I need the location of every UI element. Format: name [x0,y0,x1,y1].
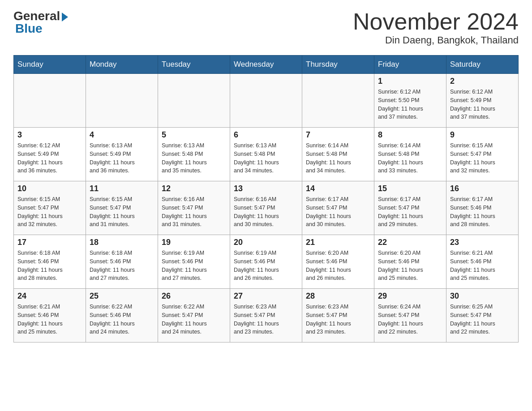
logo: General Blue [13,9,68,36]
calendar-cell: 7Sunrise: 6:14 AMSunset: 5:48 PMDaylight… [302,128,374,181]
calendar-cell: 1Sunrise: 6:12 AMSunset: 5:50 PMDaylight… [374,74,446,128]
calendar-cell: 5Sunrise: 6:13 AMSunset: 5:48 PMDaylight… [158,128,230,181]
calendar-cell: 29Sunrise: 6:24 AMSunset: 5:47 PMDayligh… [374,289,446,342]
day-info: Sunrise: 6:22 AMSunset: 5:47 PMDaylight:… [162,303,226,336]
calendar-cell: 15Sunrise: 6:17 AMSunset: 5:47 PMDayligh… [374,181,446,235]
day-number: 13 [234,184,298,193]
day-info: Sunrise: 6:13 AMSunset: 5:48 PMDaylight:… [162,141,226,175]
calendar-cell: 30Sunrise: 6:25 AMSunset: 5:47 PMDayligh… [446,289,519,342]
weekday-header-friday: Friday [374,56,446,74]
logo-blue-text: Blue [13,21,43,36]
day-number: 30 [450,291,515,301]
calendar-cell: 23Sunrise: 6:21 AMSunset: 5:46 PMDayligh… [446,235,519,289]
calendar-table: SundayMondayTuesdayWednesdayThursdayFrid… [13,55,519,342]
day-number: 28 [306,291,370,301]
day-number: 24 [17,291,82,301]
day-number: 23 [450,238,515,247]
calendar-cell [302,74,374,128]
day-number: 19 [162,238,226,247]
day-info: Sunrise: 6:24 AMSunset: 5:47 PMDaylight:… [378,303,442,336]
calendar-cell: 12Sunrise: 6:16 AMSunset: 5:47 PMDayligh… [158,181,230,235]
day-info: Sunrise: 6:12 AMSunset: 5:49 PMDaylight:… [450,88,515,121]
day-info: Sunrise: 6:20 AMSunset: 5:46 PMDaylight:… [378,249,442,283]
page-header: General Blue November 2024 Din Daeng, Ba… [13,9,519,46]
day-info: Sunrise: 6:14 AMSunset: 5:48 PMDaylight:… [378,141,442,175]
day-number: 9 [450,130,515,140]
day-number: 3 [17,130,82,140]
calendar-cell: 11Sunrise: 6:15 AMSunset: 5:47 PMDayligh… [86,181,158,235]
calendar-cell [158,74,230,128]
day-number: 27 [234,291,298,301]
day-info: Sunrise: 6:17 AMSunset: 5:47 PMDaylight:… [306,195,370,229]
calendar-cell: 13Sunrise: 6:16 AMSunset: 5:47 PMDayligh… [230,181,302,235]
title-block: November 2024 Din Daeng, Bangkok, Thaila… [353,9,519,46]
day-info: Sunrise: 6:14 AMSunset: 5:48 PMDaylight:… [306,141,370,175]
day-info: Sunrise: 6:21 AMSunset: 5:46 PMDaylight:… [450,249,515,283]
calendar-cell: 21Sunrise: 6:20 AMSunset: 5:46 PMDayligh… [302,235,374,289]
calendar-week-3: 10Sunrise: 6:15 AMSunset: 5:47 PMDayligh… [14,181,519,235]
day-number: 12 [162,184,226,193]
day-number: 11 [90,184,154,193]
weekday-header-wednesday: Wednesday [230,56,302,74]
day-number: 17 [17,238,82,247]
day-number: 26 [162,291,226,301]
calendar-cell: 19Sunrise: 6:19 AMSunset: 5:46 PMDayligh… [158,235,230,289]
weekday-header-tuesday: Tuesday [158,56,230,74]
day-info: Sunrise: 6:23 AMSunset: 5:47 PMDaylight:… [306,303,370,336]
day-number: 4 [90,130,154,140]
month-title: November 2024 [353,9,519,34]
day-info: Sunrise: 6:17 AMSunset: 5:46 PMDaylight:… [450,195,515,229]
day-number: 5 [162,130,226,140]
calendar-cell: 26Sunrise: 6:22 AMSunset: 5:47 PMDayligh… [158,289,230,342]
day-info: Sunrise: 6:16 AMSunset: 5:47 PMDaylight:… [162,195,226,229]
logo-arrow-icon [62,13,68,21]
day-number: 8 [378,130,442,140]
calendar-cell: 2Sunrise: 6:12 AMSunset: 5:49 PMDaylight… [446,74,519,128]
day-info: Sunrise: 6:21 AMSunset: 5:46 PMDaylight:… [17,303,82,336]
weekday-header-thursday: Thursday [302,56,374,74]
day-info: Sunrise: 6:19 AMSunset: 5:46 PMDaylight:… [162,249,226,283]
day-number: 20 [234,238,298,247]
day-number: 6 [234,130,298,140]
day-info: Sunrise: 6:23 AMSunset: 5:47 PMDaylight:… [234,303,298,336]
calendar-cell: 18Sunrise: 6:18 AMSunset: 5:46 PMDayligh… [86,235,158,289]
day-number: 22 [378,238,442,247]
location-subtitle: Din Daeng, Bangkok, Thailand [353,34,519,46]
calendar-cell: 28Sunrise: 6:23 AMSunset: 5:47 PMDayligh… [302,289,374,342]
day-info: Sunrise: 6:13 AMSunset: 5:48 PMDaylight:… [234,141,298,175]
day-number: 16 [450,184,515,193]
calendar-cell [230,74,302,128]
calendar-cell: 9Sunrise: 6:15 AMSunset: 5:47 PMDaylight… [446,128,519,181]
weekday-header-row: SundayMondayTuesdayWednesdayThursdayFrid… [14,56,519,74]
calendar-cell: 24Sunrise: 6:21 AMSunset: 5:46 PMDayligh… [14,289,86,342]
calendar-week-1: 1Sunrise: 6:12 AMSunset: 5:50 PMDaylight… [14,74,519,128]
day-number: 2 [450,77,515,86]
day-info: Sunrise: 6:16 AMSunset: 5:47 PMDaylight:… [234,195,298,229]
calendar-cell [86,74,158,128]
calendar-cell: 25Sunrise: 6:22 AMSunset: 5:46 PMDayligh… [86,289,158,342]
day-number: 25 [90,291,154,301]
day-info: Sunrise: 6:19 AMSunset: 5:46 PMDaylight:… [234,249,298,283]
day-info: Sunrise: 6:13 AMSunset: 5:49 PMDaylight:… [90,141,154,175]
weekday-header-sunday: Sunday [14,56,86,74]
calendar-cell: 4Sunrise: 6:13 AMSunset: 5:49 PMDaylight… [86,128,158,181]
calendar-cell [14,74,86,128]
calendar-cell: 6Sunrise: 6:13 AMSunset: 5:48 PMDaylight… [230,128,302,181]
day-number: 14 [306,184,370,193]
calendar-cell: 14Sunrise: 6:17 AMSunset: 5:47 PMDayligh… [302,181,374,235]
calendar-week-5: 24Sunrise: 6:21 AMSunset: 5:46 PMDayligh… [14,289,519,342]
day-info: Sunrise: 6:15 AMSunset: 5:47 PMDaylight:… [17,195,82,229]
day-info: Sunrise: 6:12 AMSunset: 5:49 PMDaylight:… [17,141,82,175]
weekday-header-monday: Monday [86,56,158,74]
day-info: Sunrise: 6:18 AMSunset: 5:46 PMDaylight:… [90,249,154,283]
calendar-cell: 22Sunrise: 6:20 AMSunset: 5:46 PMDayligh… [374,235,446,289]
day-number: 21 [306,238,370,247]
calendar-cell: 3Sunrise: 6:12 AMSunset: 5:49 PMDaylight… [14,128,86,181]
day-number: 1 [378,77,442,86]
calendar-cell: 10Sunrise: 6:15 AMSunset: 5:47 PMDayligh… [14,181,86,235]
day-info: Sunrise: 6:15 AMSunset: 5:47 PMDaylight:… [90,195,154,229]
day-info: Sunrise: 6:22 AMSunset: 5:46 PMDaylight:… [90,303,154,336]
day-number: 10 [17,184,82,193]
day-info: Sunrise: 6:17 AMSunset: 5:47 PMDaylight:… [378,195,442,229]
calendar-cell: 20Sunrise: 6:19 AMSunset: 5:46 PMDayligh… [230,235,302,289]
